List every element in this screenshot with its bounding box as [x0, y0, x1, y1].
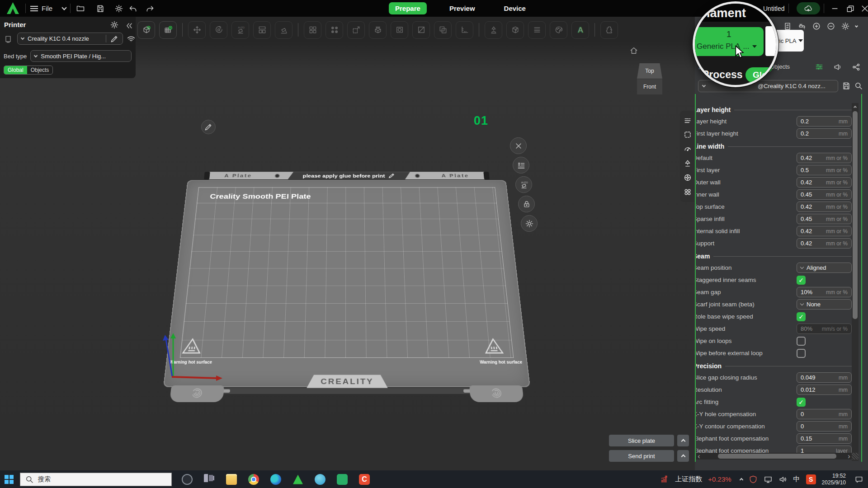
horizontal-scrollbar[interactable]: ‹ › — [696, 453, 852, 460]
lay-on-face-button[interactable] — [275, 21, 292, 39]
param-input[interactable]: 0.45mm or % — [797, 189, 852, 200]
close-button[interactable] — [857, 0, 868, 17]
process-tab-others[interactable] — [683, 188, 692, 197]
open-file-button[interactable] — [76, 0, 85, 17]
redo-button[interactable] — [146, 0, 155, 17]
filament-faucet-icon[interactable] — [797, 22, 807, 31]
measure-button[interactable] — [456, 21, 473, 39]
taskbar-app-chrome[interactable] — [247, 473, 260, 486]
scrollbar-thumb[interactable] — [718, 454, 836, 459]
send-print-button[interactable]: Send print — [609, 450, 674, 462]
taskbar-app-file-explorer[interactable] — [225, 473, 238, 486]
param-checkbox[interactable]: ✓ — [797, 312, 806, 321]
stock-change[interactable]: +0.23% — [708, 475, 731, 483]
wifi-icon[interactable] — [127, 34, 136, 43]
taskbar-app-task-view[interactable] — [203, 473, 216, 486]
taskbar-app-assistant[interactable] — [181, 473, 193, 486]
edit-plate-name-button[interactable] — [201, 120, 216, 134]
scale-button[interactable] — [347, 21, 365, 39]
modifier-button[interactable] — [391, 21, 408, 39]
plate-auto-arrange-button[interactable]: AUTO — [515, 176, 532, 193]
height-range-button[interactable] — [528, 21, 546, 39]
taskbar-app-edge[interactable] — [269, 473, 282, 486]
file-menu[interactable]: File — [30, 0, 66, 17]
param-select[interactable]: None — [797, 299, 852, 310]
restore-button[interactable] — [843, 0, 858, 17]
param-select[interactable]: Aligned — [797, 263, 852, 273]
sogou-icon[interactable]: S — [806, 474, 816, 484]
tab-global[interactable]: Global — [4, 66, 27, 74]
volume-icon[interactable] — [778, 475, 788, 484]
notification-icon[interactable] — [854, 475, 863, 484]
plate-close-button[interactable] — [510, 137, 527, 154]
tab-device[interactable]: Device — [498, 2, 532, 14]
network-icon[interactable] — [764, 475, 773, 484]
taskbar-app-creality-app[interactable] — [292, 473, 304, 486]
filament-sync-icon[interactable] — [783, 22, 792, 31]
edit-printer-icon[interactable] — [110, 34, 119, 43]
plate-list-view-button[interactable] — [513, 157, 529, 174]
orientation-cube[interactable]: Top Front — [637, 63, 662, 95]
param-input[interactable]: 0.2mm — [797, 128, 852, 139]
move-button[interactable] — [188, 21, 206, 39]
send-options-button[interactable] — [677, 450, 689, 462]
plugin-button[interactable] — [600, 21, 618, 39]
param-input[interactable]: 10%mm or % — [797, 287, 852, 297]
scroll-right-icon[interactable]: › — [846, 453, 852, 460]
tab-preview[interactable]: Preview — [443, 2, 481, 14]
filament-slot-button-magnified[interactable]: 1 Generic PLA... — [693, 27, 764, 56]
param-input[interactable]: 0.45mm or % — [797, 214, 852, 224]
taskbar-app-cloud-app[interactable] — [314, 473, 326, 486]
resize-grip[interactable] — [852, 453, 859, 460]
bed-type-select[interactable]: Smooth PEI Plate / Hig... — [30, 50, 132, 62]
support-painting-button[interactable] — [485, 21, 502, 39]
boolean-button[interactable] — [434, 21, 452, 39]
cloud-upload-button[interactable] — [797, 2, 820, 14]
arrange-button[interactable] — [253, 21, 271, 39]
plate-tab-right[interactable]: A Plate — [441, 173, 469, 178]
scrollbar-thumb[interactable] — [853, 111, 858, 319]
share-icon[interactable] — [852, 62, 861, 71]
taskbar-app-creality-print[interactable]: C — [358, 473, 371, 486]
param-input[interactable]: 0.15mm — [797, 433, 852, 444]
param-input[interactable]: 0mm — [797, 409, 852, 419]
start-button[interactable] — [3, 473, 15, 486]
search-preset-icon[interactable] — [854, 81, 863, 90]
param-checkbox[interactable]: ✓ — [797, 276, 806, 285]
filament-add-icon[interactable] — [812, 22, 821, 31]
param-input[interactable]: 0.012mm — [797, 385, 852, 395]
save-button[interactable] — [96, 0, 105, 17]
split-to-parts-button[interactable] — [326, 21, 343, 39]
antivirus-shield-icon[interactable] — [749, 475, 758, 484]
orientation-cube-front[interactable]: Front — [637, 79, 662, 94]
param-input[interactable]: 0.42mm or % — [797, 177, 852, 188]
stock-label[interactable]: 上证指数 — [675, 475, 702, 483]
rotate-button[interactable] — [210, 21, 227, 39]
slice-cube-button[interactable] — [369, 21, 387, 39]
stock-chart-icon[interactable] — [660, 475, 669, 484]
save-preset-icon[interactable] — [842, 81, 851, 90]
split-to-objects-button[interactable] — [304, 21, 321, 39]
taskbar-clock[interactable]: 19:52 2025/9/10 — [822, 473, 846, 486]
minimize-button[interactable] — [827, 0, 843, 17]
settings-gear-button[interactable] — [114, 0, 123, 17]
param-input[interactable]: 0.2mm — [797, 116, 852, 127]
param-input[interactable]: 0.42mm or % — [797, 153, 852, 163]
param-checkbox[interactable] — [797, 337, 806, 346]
add-model-button[interactable] — [137, 21, 155, 39]
vertical-scrollbar[interactable] — [852, 103, 859, 461]
tray-expand-icon[interactable] — [740, 477, 743, 481]
filament-collapse-icon[interactable] — [855, 26, 858, 27]
undo-button[interactable] — [128, 0, 137, 17]
process-tab-support[interactable] — [683, 159, 692, 168]
scroll-left-icon[interactable]: ‹ — [696, 453, 702, 460]
param-input[interactable]: 0.049mm — [797, 372, 852, 383]
param-checkbox[interactable]: ✓ — [797, 398, 806, 407]
param-input[interactable]: 0.42mm or % — [797, 202, 852, 212]
orientation-cube-top[interactable]: Top — [637, 63, 662, 79]
ime-indicator[interactable]: 中 — [793, 475, 800, 483]
cut-button[interactable] — [412, 21, 430, 39]
slice-options-button[interactable] — [677, 435, 689, 446]
param-input[interactable]: 0.42mm or % — [797, 238, 852, 249]
param-settings-icon[interactable] — [815, 62, 824, 71]
